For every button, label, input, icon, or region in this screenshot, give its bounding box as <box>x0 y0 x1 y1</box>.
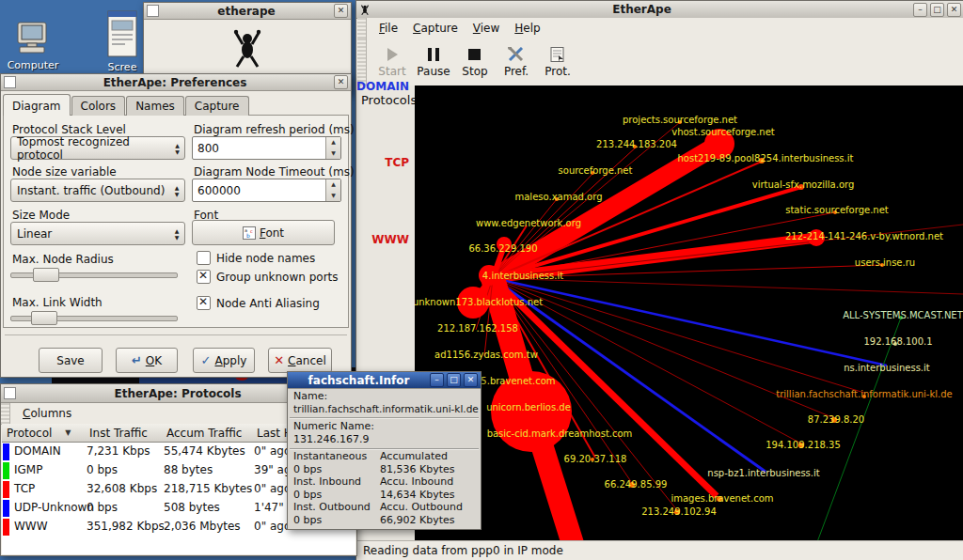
legend-item-domain[interactable]: DOMAIN <box>356 80 409 93</box>
tab-colors[interactable]: Colors <box>71 96 126 116</box>
refresh-period-spinbox[interactable]: 800 ▲▼ <box>192 136 341 160</box>
menu-capture[interactable]: Capture <box>405 19 466 38</box>
spinner-arrows-icon[interactable]: ▲▼ <box>325 137 340 159</box>
main-titlebar[interactable]: EtherApe – □ ✕ <box>356 1 963 19</box>
sort-descending-icon[interactable]: ▼ <box>65 428 71 437</box>
close-icon[interactable]: ✕ <box>334 75 348 89</box>
node-info-titlebar[interactable]: fachschaft.Infor – □ ✕ <box>288 372 481 389</box>
ok-button[interactable]: ↵OK <box>116 348 178 373</box>
node-label[interactable]: 194.109.218.35 <box>766 440 841 450</box>
apply-button[interactable]: ✓Apply <box>193 348 255 373</box>
column-header-inst-traffic[interactable]: Inst Traffic <box>85 424 167 443</box>
node-label[interactable]: 213.249.102.94 <box>641 506 717 517</box>
size-mode-combo[interactable]: Linear ▲▼ <box>10 222 185 245</box>
menu-view[interactable]: View <box>466 19 507 38</box>
menubar-grip[interactable] <box>1 403 10 424</box>
node-timeout-spinbox[interactable]: 600000 ▲▼ <box>192 179 341 202</box>
checkbox-node-anti-aliasing[interactable]: Node Anti Aliasing <box>197 296 320 310</box>
node-label[interactable]: 87.239.8.20 <box>808 414 864 425</box>
stop-toolbar-button[interactable]: Stop <box>454 41 496 83</box>
menu-help[interactable]: Help <box>507 19 547 38</box>
menubar-grip[interactable] <box>357 18 367 39</box>
node-label[interactable]: ad1156.zydas.com.tw <box>434 350 538 360</box>
slider-handle[interactable] <box>33 268 59 282</box>
cancel-button[interactable]: ✕Cancel <box>268 348 332 373</box>
node-label[interactable]: images.bravenet.com <box>671 493 773 504</box>
menu-file[interactable]: File <box>371 19 405 38</box>
max-node-radius-slider[interactable] <box>10 268 178 281</box>
checkbox-box-icon[interactable] <box>197 270 211 284</box>
checkbox-box-icon[interactable] <box>197 296 211 310</box>
save-button[interactable]: Save <box>39 348 103 373</box>
protocol-stack-level-combo[interactable]: Topmost recognized protocol ▲▼ <box>10 136 185 160</box>
node-label[interactable]: unknown173.blacklotus.net <box>415 297 543 307</box>
node-label[interactable]: static.sourceforge.net <box>785 205 889 215</box>
node-label[interactable]: www.edgenetwork.org <box>476 218 581 228</box>
window-menu-icon[interactable] <box>4 76 16 88</box>
checkbox-box-icon[interactable] <box>197 251 211 265</box>
node-label[interactable]: projects.sourceforge.net <box>623 115 737 125</box>
cell-inst: 32,608 Kbps <box>87 482 157 495</box>
window-title: fachschaft.Infor <box>291 374 427 387</box>
pref-toolbar-button[interactable]: Pref. <box>496 41 537 83</box>
etherape-mini-titlebar[interactable]: etherape ✕ <box>144 3 351 20</box>
network-canvas[interactable]: projects.sourceforge.netvhost.sourceforg… <box>415 86 963 540</box>
checkbox-group-unknown-ports[interactable]: Group unknown ports <box>197 270 339 284</box>
legend-item-tcp[interactable]: TCP <box>385 156 409 169</box>
desktop-icon-screenshot[interactable]: Scree <box>94 9 150 73</box>
node-label[interactable]: ALL-SYSTEMS.MCAST.NET <box>843 310 963 320</box>
node-label[interactable]: users.inse.ru <box>855 257 915 268</box>
spinner-arrows-icon[interactable]: ▲▼ <box>325 179 340 201</box>
node-label[interactable]: host219-89.pool8254.interbusiness.it <box>678 153 854 163</box>
toolbar-button-label: Stop <box>462 65 487 78</box>
window-menu-icon[interactable] <box>147 5 159 17</box>
node-label[interactable]: 69.20.37.118 <box>564 454 627 464</box>
window-menu-icon[interactable] <box>4 387 16 399</box>
minimize-icon[interactable]: – <box>913 3 927 17</box>
pause-toolbar-button[interactable]: Pause <box>413 41 454 83</box>
checkbox-hide-node-names[interactable]: Hide node names <box>197 251 315 265</box>
main-menubar: FileCaptureViewHelp <box>357 18 963 39</box>
font-button[interactable]: ac b Font <box>192 220 335 245</box>
prot-toolbar-button[interactable]: Prot. <box>537 41 578 83</box>
field-label: Size Mode <box>12 209 70 222</box>
slider-handle[interactable] <box>31 311 57 325</box>
node-label[interactable]: 213.244.183.204 <box>596 139 677 149</box>
minimize-icon[interactable]: – <box>430 373 444 387</box>
menu-columns[interactable]: Columns <box>15 404 79 423</box>
legend-item-www[interactable]: WWW <box>371 233 409 246</box>
close-icon[interactable]: ✕ <box>947 3 961 17</box>
node-label[interactable]: 212.187.162.158 <box>437 323 518 334</box>
maximize-icon[interactable]: □ <box>447 373 461 387</box>
max-link-width-slider[interactable] <box>10 311 178 324</box>
toolbar-grip[interactable] <box>357 39 367 86</box>
column-header-protocol[interactable]: Protocol▼ <box>2 424 90 443</box>
column-header-accum-traffic[interactable]: Accum Traffic <box>162 424 258 443</box>
node-label[interactable]: 192.168.100.1 <box>863 336 932 347</box>
node-label[interactable]: sourceforge.net <box>559 165 633 176</box>
node-label[interactable]: 66.249.85.99 <box>605 479 668 490</box>
node-label[interactable]: virtual-sfx.mozilla.org <box>752 179 855 190</box>
node-label[interactable]: 66.36.229.190 <box>468 243 537 254</box>
node-label[interactable]: trillian.fachschaft.informatik.uni-kl.de <box>776 389 952 399</box>
tab-diagram[interactable]: Diagram <box>3 94 71 116</box>
node-label[interactable]: vhost.sourceforge.net <box>671 127 775 137</box>
node-label[interactable]: unicorn.berlios.de <box>486 402 571 412</box>
node-label[interactable]: basic-cid.mark.dreamhost.com <box>487 428 633 439</box>
node-label[interactable]: ns.interbusiness.it <box>844 363 930 373</box>
close-icon[interactable]: ✕ <box>334 4 348 18</box>
tab-capture[interactable]: Capture <box>185 96 249 116</box>
play-icon <box>383 47 402 62</box>
node-label[interactable]: 4.interbusiness.it <box>482 271 563 281</box>
preferences-titlebar[interactable]: EtherApe: Preferences ✕ <box>1 74 351 91</box>
node-label[interactable]: 212-214-141-246.v-by.wtnord.net <box>785 231 943 241</box>
maximize-icon[interactable]: □ <box>930 3 944 17</box>
tab-names[interactable]: Names <box>126 96 184 116</box>
desktop-icon-computer[interactable]: Computer <box>0 21 66 71</box>
node-label[interactable]: c45.bravenet.com <box>469 376 555 386</box>
node-size-variable-combo[interactable]: Instant. traffic (Outbound) ▲▼ <box>10 179 185 202</box>
stat-right: 14,634 Kbytes <box>380 489 455 501</box>
close-icon[interactable]: ✕ <box>464 373 478 387</box>
node-label[interactable]: nsp-bz1.interbusiness.it <box>707 468 819 478</box>
node-label[interactable]: maleso.xamad.org <box>515 192 603 202</box>
